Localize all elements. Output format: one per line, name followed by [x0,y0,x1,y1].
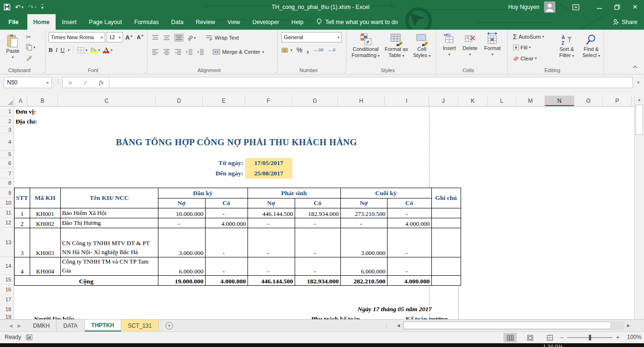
row-header-6[interactable]: 6 [0,158,14,168]
clipboard-dialog-launcher[interactable] [43,72,44,73]
cut-button[interactable]: ✂ [25,33,37,41]
autosum-button[interactable]: ΣAutoSum▾ [512,32,554,41]
alignment-dialog-launcher[interactable] [275,72,276,73]
collapse-ribbon-button[interactable] [633,62,637,70]
insert-function-icon[interactable]: fx [99,79,103,86]
underline-button[interactable]: U [60,46,65,54]
header-stt[interactable]: STT [15,188,30,208]
user-name[interactable]: Huy Nguyen [508,4,539,10]
confirm-entry-icon[interactable]: ✓ [83,79,88,86]
tab-data[interactable]: Data [165,14,190,30]
align-center-icon[interactable] [163,49,171,55]
cell-don-vi[interactable]: Đơn vị: [16,107,36,116]
format-painter-button[interactable] [25,53,37,62]
column-header-M[interactable]: M [516,96,545,106]
row-header-13[interactable]: 13 [0,228,14,257]
row-header-19[interactable]: 19 [0,314,14,319]
font-name-select[interactable]: Times New Roma▾ [49,32,105,42]
header-phat-sinh[interactable]: Phát sinh [248,188,340,198]
row-header-3[interactable]: 3 [0,126,14,133]
tab-view[interactable]: View [221,14,246,30]
minimize-button[interactable] [590,0,608,14]
share-button[interactable]: Share [613,14,637,30]
zoom-slider[interactable] [567,337,612,338]
tab-file[interactable]: File [0,14,27,30]
zoom-in-icon[interactable]: + [616,334,619,341]
column-header-O[interactable]: O [574,96,603,106]
font-dialog-launcher[interactable] [145,72,146,73]
tell-me-box[interactable]: Tell me what you want to do [316,14,398,30]
underline-caret[interactable]: ▾ [67,48,69,52]
column-header-F[interactable]: F [245,96,292,106]
row-header-15[interactable]: 15 [0,275,14,285]
page-layout-view-icon[interactable] [523,333,537,342]
from-date-label[interactable]: Từ ngày: [198,158,243,168]
column-header-K[interactable]: K [458,96,487,106]
decrease-decimal-button[interactable]: →.0 [328,48,336,52]
header-no-1[interactable]: Nợ [158,198,205,208]
vertical-scroll-thumb[interactable] [636,105,643,135]
signature-1[interactable]: Người lập biểu [19,315,90,319]
column-header-C[interactable]: C [58,96,156,106]
fill-button[interactable]: Fill▾ [512,42,554,52]
increase-indent-icon[interactable] [197,49,205,55]
vertical-scrollbar[interactable]: ▲ [634,96,644,319]
column-header-P[interactable]: P [603,96,632,106]
header-ten-kh[interactable]: Tên KH/ NCC [60,188,158,208]
avatar[interactable] [544,1,555,13]
to-date-value[interactable]: 25/08/2017 [245,168,292,179]
header-no-3[interactable]: Nợ [340,198,387,208]
merge-center-button[interactable]: Merge & Center ▾ [213,49,264,55]
sheet-tab-dmkh[interactable]: DMKH [26,320,57,331]
column-header-H[interactable]: H [338,96,385,106]
column-header-N[interactable]: N [545,96,574,106]
tab-split-handle[interactable]: ⋮ [384,320,388,332]
zoom-slider-thumb[interactable] [589,335,591,340]
align-top-icon[interactable] [151,34,159,41]
wrap-text-button[interactable]: Wrap Text [206,35,239,41]
column-header-B[interactable]: B [27,96,58,106]
header-ghi-chu[interactable]: Ghi chú [431,188,461,208]
row-header-4[interactable]: 4 [0,133,14,151]
header-ma-kh[interactable]: Mã KH [30,188,60,208]
shrink-font-button[interactable]: A▼ [135,34,145,40]
paste-button[interactable]: Paste ▾ [3,32,23,66]
column-header-D[interactable]: D [156,96,203,106]
percent-style-button[interactable]: % [297,46,302,54]
close-button[interactable]: × [626,0,644,14]
font-size-select[interactable]: 12▾ [107,32,123,42]
header-no-2[interactable]: Nợ [248,198,295,208]
cell-dia-chi[interactable]: Địa chỉ: [16,116,37,126]
scroll-right-icon[interactable]: ▶ [624,321,633,330]
align-bottom-icon[interactable] [174,33,184,42]
row-header-2[interactable]: 2 [0,116,14,126]
fill-color-button[interactable]: ▾ [90,47,100,53]
clear-button[interactable]: Clear▾ [512,53,554,63]
date-range-box[interactable]: 17/05/2017 25/08/2017 [245,158,292,179]
column-header-G[interactable]: G [292,96,338,106]
row-header-17[interactable]: 17 [0,295,14,304]
tab-home[interactable]: Home [27,14,56,30]
tab-insert[interactable]: Insert [56,14,83,30]
borders-button[interactable]: ▾ [77,47,87,54]
date-note[interactable]: Ngày 17 tháng 05 năm 2017 [347,304,442,314]
column-header-J[interactable]: J [429,96,458,106]
horizontal-scroll-thumb[interactable] [404,322,611,329]
zoom-level[interactable]: 100% [627,334,642,340]
customize-qat-button[interactable]: ▾ [41,4,44,10]
ribbon-display-options-icon[interactable] [567,0,585,14]
formula-bar-splitter[interactable]: ⋮ [56,78,61,85]
column-header-E[interactable]: E [203,96,245,106]
number-dialog-launcher[interactable] [344,72,345,73]
from-date-value[interactable]: 17/05/2017 [245,158,292,168]
restore-button[interactable] [608,0,626,14]
row-header-18[interactable]: 18 [0,304,14,314]
increase-decimal-button[interactable]: ←.00 [313,48,323,52]
row-header-5[interactable]: 5 [0,151,14,158]
redo-button[interactable]: ↷▾ [28,3,37,11]
column-header-A[interactable]: A [14,96,27,106]
tab-page-layout[interactable]: Page Layout [83,14,128,30]
tab-help[interactable]: Help [285,14,310,30]
tab-developer[interactable]: Developer [246,14,285,30]
save-icon[interactable] [4,4,10,10]
